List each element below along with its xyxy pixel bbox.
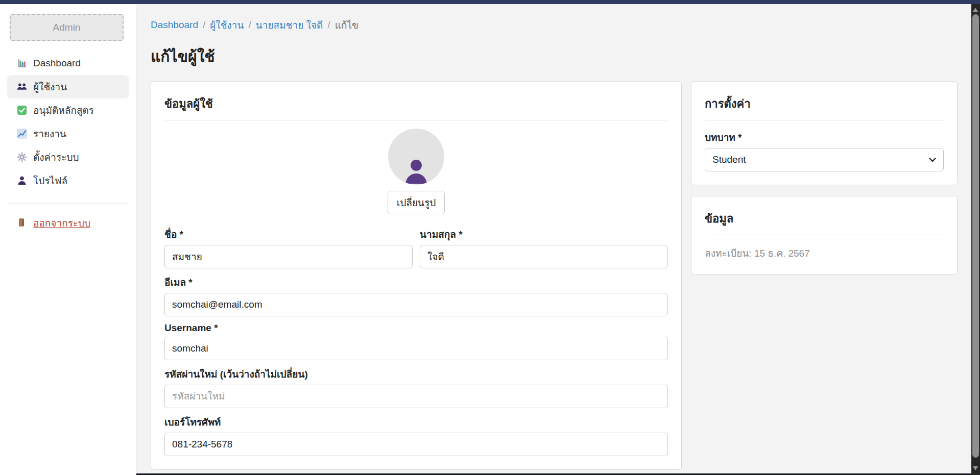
avatar: [388, 129, 444, 185]
sidebar-item-users[interactable]: ผู้ใช้งาน: [7, 75, 129, 98]
breadcrumb-separator: /: [203, 19, 205, 31]
role-select[interactable]: Student: [705, 148, 944, 171]
scrollbar-thumb[interactable]: [972, 14, 979, 458]
role-selected-value: Student: [712, 154, 746, 165]
avatar-person-icon: [402, 156, 431, 185]
sidebar-item-label: Dashboard: [33, 58, 81, 69]
role-group: บทบาท * Student: [705, 130, 944, 171]
logout-label: ออกจากระบบ: [33, 215, 90, 231]
first-name-input[interactable]: [164, 245, 413, 268]
gear-icon: [17, 152, 27, 162]
change-photo-button[interactable]: เปลี่ยนรูป: [388, 191, 445, 214]
sidebar-item-label: รายงาน: [33, 126, 66, 141]
sidebar-item-label: ผู้ใช้งาน: [33, 79, 67, 94]
line-chart-icon: [17, 129, 27, 139]
email-input[interactable]: [164, 293, 668, 316]
sidebar-nav: Dashboard ผู้ใช้งาน: [0, 52, 136, 192]
scroll-down-arrow-icon[interactable]: [973, 466, 978, 470]
bar-chart-icon: [17, 58, 27, 68]
top-navy-bar: [0, 0, 980, 4]
password-label: รหัสผ่านใหม่ (เว้นว่างถ้าไม่เปลี่ยน): [164, 366, 668, 382]
settings-card-title: การตั้งค่า: [705, 95, 944, 120]
breadcrumb-users[interactable]: ผู้ใช้งาน: [210, 17, 244, 33]
sidebar: Admin Dashboard: [0, 4, 136, 475]
username-label: Username *: [164, 322, 668, 334]
email-group: อีเมล *: [164, 274, 668, 316]
sidebar-item-profile[interactable]: โปรไฟล์: [7, 169, 129, 192]
breadcrumb-separator: /: [327, 19, 330, 31]
phone-input[interactable]: [164, 433, 668, 456]
main-row: ข้อมูลผู้ใช้ เปลี่ยนรูป ชื่อ *: [151, 81, 958, 470]
check-square-icon: [17, 105, 27, 115]
info-card: ข้อมูล ลงทะเบียน: 15 ธ.ค. 2567: [691, 196, 958, 274]
sidebar-item-approve-courses[interactable]: อนุมัติหลักสูตร: [7, 98, 129, 122]
sidebar-item-system-settings[interactable]: ตั้งค่าระบบ: [7, 145, 129, 169]
sidebar-item-reports[interactable]: รายงาน: [7, 122, 129, 145]
last-name-label: นามสกุล *: [420, 227, 668, 242]
email-label: อีเมล *: [164, 274, 668, 290]
first-name-label: ชื่อ *: [164, 227, 413, 242]
settings-card: การตั้งค่า บทบาท * Student: [691, 81, 958, 185]
door-icon: [17, 218, 27, 228]
form-fields: ชื่อ * นามสกุล * อีเมล * Username: [164, 227, 668, 456]
breadcrumb-user-name[interactable]: นายสมชาย ใจดี: [256, 17, 323, 33]
phone-label: เบอร์โทรศัพท์: [164, 414, 668, 430]
username-group: Username *: [164, 322, 668, 360]
chevron-down-icon: [929, 158, 936, 162]
sidebar-item-label: โปรไฟล์: [33, 173, 67, 188]
password-group: รหัสผ่านใหม่ (เว้นว่างถ้าไม่เปลี่ยน): [164, 366, 668, 408]
breadcrumb: Dashboard / ผู้ใช้งาน / นายสมชาย ใจดี / …: [151, 17, 958, 33]
user-info-card: ข้อมูลผู้ใช้ เปลี่ยนรูป ชื่อ *: [151, 81, 682, 470]
brand-label: Admin: [53, 22, 81, 33]
password-input[interactable]: [164, 385, 668, 408]
logout-link[interactable]: ออกจากระบบ: [0, 215, 136, 231]
edit-user-page: Admin Dashboard: [0, 0, 980, 475]
main-content: Dashboard / ผู้ใช้งาน / นายสมชาย ใจดี / …: [137, 4, 971, 475]
username-input[interactable]: [164, 337, 668, 360]
users-icon: [17, 82, 27, 92]
breadcrumb-dashboard[interactable]: Dashboard: [151, 19, 198, 31]
last-name-group: นามสกุล *: [420, 227, 668, 268]
sidebar-item-label: อนุมัติหลักสูตร: [33, 103, 94, 118]
breadcrumb-current: แก้ไข: [335, 17, 358, 33]
scroll-up-arrow-icon[interactable]: [973, 8, 978, 12]
right-column: การตั้งค่า บทบาท * Student: [691, 81, 958, 274]
vertical-scrollbar[interactable]: [971, 4, 980, 475]
first-name-group: ชื่อ *: [164, 227, 413, 268]
phone-group: เบอร์โทรศัพท์: [164, 414, 668, 456]
sidebar-item-dashboard[interactable]: Dashboard: [7, 52, 129, 75]
last-name-input[interactable]: [420, 245, 668, 268]
person-icon: [17, 176, 27, 186]
user-info-card-title: ข้อมูลผู้ใช้: [164, 95, 668, 120]
avatar-section: เปลี่ยนรูป: [164, 129, 668, 214]
role-label: บทบาท *: [705, 130, 944, 145]
sidebar-divider: [8, 204, 128, 204]
registered-date-text: ลงทะเบียน: 15 ธ.ค. 2567: [705, 245, 944, 261]
info-card-title: ข้อมูล: [705, 210, 944, 235]
brand-logo: Admin: [10, 14, 124, 41]
breadcrumb-separator: /: [248, 19, 251, 31]
page-title: แก้ไขผู้ใช้: [151, 44, 958, 68]
sidebar-item-label: ตั้งค่าระบบ: [33, 149, 79, 165]
